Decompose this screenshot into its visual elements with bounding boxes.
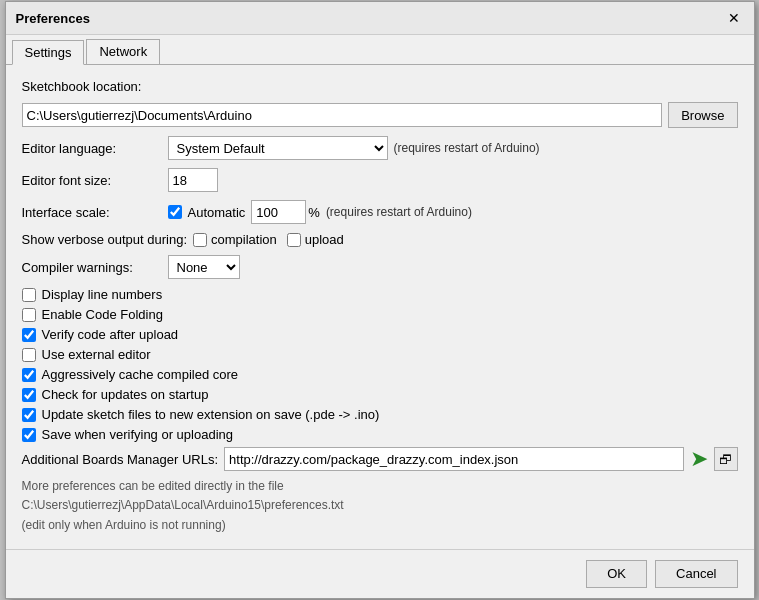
verbose-output-row: Show verbose output during: compilation … (22, 232, 738, 247)
upload-checkbox[interactable] (287, 233, 301, 247)
compiler-warnings-select[interactable]: None Default More All (168, 255, 240, 279)
info-line1: More preferences can be edited directly … (22, 477, 738, 496)
compilation-checkbox[interactable] (193, 233, 207, 247)
editor-font-size-row: Editor font size: (22, 168, 738, 192)
editor-font-size-label: Editor font size: (22, 173, 162, 188)
settings-content: Sketchbook location: Browse Editor langu… (6, 65, 754, 549)
boards-manager-input[interactable] (224, 447, 683, 471)
info-line3: (edit only when Arduino is not running) (22, 516, 738, 535)
editor-language-label: Editor language: (22, 141, 162, 156)
sketchbook-input[interactable] (22, 103, 663, 127)
compiler-warnings-row: Compiler warnings: None Default More All (22, 255, 738, 279)
folder-icon: 🗗 (719, 452, 732, 467)
display-line-numbers-row: Display line numbers (22, 287, 738, 302)
editor-font-size-input[interactable] (168, 168, 218, 192)
ok-button[interactable]: OK (586, 560, 647, 588)
update-sketch-files-row: Update sketch files to new extension on … (22, 407, 738, 422)
sketchbook-label: Sketchbook location: (22, 79, 162, 94)
editor-language-note: (requires restart of Arduino) (394, 141, 540, 155)
boards-manager-folder-button[interactable]: 🗗 (714, 447, 738, 471)
use-external-editor-label: Use external editor (42, 347, 151, 362)
verify-code-after-upload-checkbox[interactable] (22, 328, 36, 342)
aggressively-cache-row: Aggressively cache compiled core (22, 367, 738, 382)
display-line-numbers-label: Display line numbers (42, 287, 163, 302)
tab-network[interactable]: Network (86, 39, 160, 64)
interface-scale-label: Interface scale: (22, 205, 162, 220)
enable-code-folding-checkbox[interactable] (22, 308, 36, 322)
scale-percent-input[interactable] (251, 200, 306, 224)
tab-settings[interactable]: Settings (12, 40, 85, 65)
check-for-updates-checkbox[interactable] (22, 388, 36, 402)
sketchbook-row: Sketchbook location: (22, 79, 738, 94)
check-for-updates-label: Check for updates on startup (42, 387, 209, 402)
use-external-editor-checkbox[interactable] (22, 348, 36, 362)
boards-manager-label: Additional Boards Manager URLs: (22, 452, 219, 467)
preferences-dialog: Preferences ✕ Settings Network Sketchboo… (5, 1, 755, 599)
verbose-options: compilation upload (193, 232, 344, 247)
compilation-label: compilation (211, 232, 277, 247)
use-external-editor-row: Use external editor (22, 347, 738, 362)
editor-language-select[interactable]: System Default English Spanish French (168, 136, 388, 160)
info-line2: C:\Users\gutierrezj\AppData\Local\Arduin… (22, 496, 738, 515)
interface-scale-note: (requires restart of Arduino) (326, 205, 472, 219)
interface-scale-row: Interface scale: Automatic % (requires r… (22, 200, 738, 224)
display-line-numbers-checkbox[interactable] (22, 288, 36, 302)
verify-code-after-upload-label: Verify code after upload (42, 327, 179, 342)
cancel-button[interactable]: Cancel (655, 560, 737, 588)
update-sketch-files-label: Update sketch files to new extension on … (42, 407, 380, 422)
percent-sign: % (308, 205, 320, 220)
sketchbook-input-row: Browse (22, 102, 738, 128)
bottom-bar: OK Cancel (6, 549, 754, 598)
enable-code-folding-row: Enable Code Folding (22, 307, 738, 322)
verify-code-after-upload-row: Verify code after upload (22, 327, 738, 342)
close-button[interactable]: ✕ (724, 8, 744, 28)
update-sketch-files-checkbox[interactable] (22, 408, 36, 422)
title-bar: Preferences ✕ (6, 2, 754, 35)
percent-wrapper: % (251, 200, 320, 224)
aggressively-cache-label: Aggressively cache compiled core (42, 367, 239, 382)
enable-code-folding-label: Enable Code Folding (42, 307, 163, 322)
upload-item: upload (287, 232, 344, 247)
upload-label: upload (305, 232, 344, 247)
check-for-updates-row: Check for updates on startup (22, 387, 738, 402)
automatic-label: Automatic (188, 205, 246, 220)
boards-manager-row: Additional Boards Manager URLs: ➤ 🗗 (22, 447, 738, 471)
compiler-warnings-label: Compiler warnings: (22, 260, 162, 275)
automatic-checkbox[interactable] (168, 205, 182, 219)
tabs-container: Settings Network (6, 35, 754, 65)
arrow-icon: ➤ (690, 448, 708, 470)
verbose-output-label: Show verbose output during: (22, 232, 188, 247)
browse-button[interactable]: Browse (668, 102, 737, 128)
info-section: More preferences can be edited directly … (22, 477, 738, 535)
compilation-item: compilation (193, 232, 277, 247)
save-when-verifying-label: Save when verifying or uploading (42, 427, 234, 442)
save-when-verifying-checkbox[interactable] (22, 428, 36, 442)
aggressively-cache-checkbox[interactable] (22, 368, 36, 382)
editor-language-row: Editor language: System Default English … (22, 136, 738, 160)
save-when-verifying-row: Save when verifying or uploading (22, 427, 738, 442)
dialog-title: Preferences (16, 11, 90, 26)
